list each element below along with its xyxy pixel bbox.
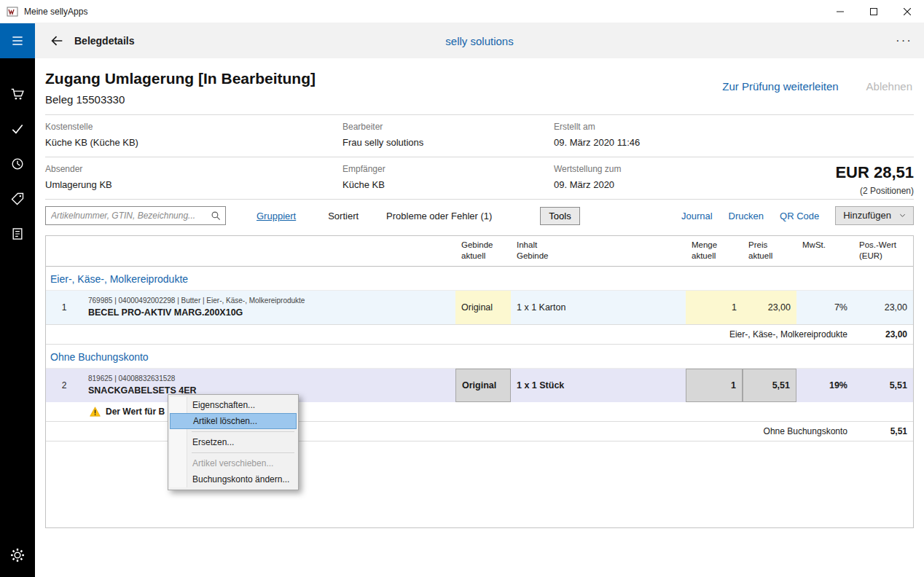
preis-cell[interactable]: 23,00 bbox=[743, 291, 796, 324]
group-header: Eier-, Käse-, Molkereiprodukte bbox=[46, 267, 913, 291]
back-button[interactable] bbox=[39, 23, 74, 58]
maximize-button[interactable] bbox=[857, 0, 890, 23]
info-row-2: Absender Umlagerung KB Empfänger Küche K… bbox=[35, 157, 924, 199]
row-number: 2 bbox=[46, 369, 82, 402]
tools-button[interactable]: Tools bbox=[540, 207, 579, 225]
field-label: Absender bbox=[45, 164, 342, 174]
field-value: Umlagerung KB bbox=[45, 179, 342, 190]
context-menu: Eigenschaften... Artikel löschen... Erse… bbox=[168, 394, 299, 490]
field-value: 09. März 2020 11:46 bbox=[554, 137, 914, 148]
reject-link[interactable]: Ablehnen bbox=[866, 80, 912, 93]
check-icon bbox=[10, 122, 25, 136]
sidebar-item-prices[interactable] bbox=[0, 181, 35, 216]
article-meta: 769985 | 04000492002298 | Butter | Eier-… bbox=[88, 297, 305, 305]
subtotal-value: 5,51 bbox=[853, 422, 913, 441]
inhalt-cell: 1 x 1 Karton bbox=[511, 291, 686, 324]
minimize-button[interactable] bbox=[823, 0, 857, 23]
subtotal-label: Eier-, Käse-, Molkereiprodukte bbox=[46, 325, 853, 344]
menu-item-buchungskonto-aendern[interactable]: Buchungskonto ändern... bbox=[170, 471, 297, 487]
brand-title: selly solutions bbox=[35, 35, 924, 47]
hamburger-icon bbox=[10, 34, 25, 48]
hamburger-menu-button[interactable] bbox=[0, 23, 35, 58]
table-header-row: Gebinde aktuell Inhalt Gebinde Menge akt… bbox=[46, 236, 913, 267]
field-value: Küche KB bbox=[342, 179, 554, 190]
field-label: Empfänger bbox=[342, 164, 554, 174]
window-title: Meine sellyApps bbox=[24, 7, 823, 17]
forward-for-review-link[interactable]: Zur Prüfung weiterleiten bbox=[722, 80, 838, 93]
print-link[interactable]: Drucken bbox=[729, 211, 764, 221]
sidebar-item-journal[interactable] bbox=[0, 216, 35, 251]
main-content: Zugang Umlagerung [In Bearbeitung] Beleg… bbox=[35, 58, 924, 577]
chevron-down-icon bbox=[898, 211, 907, 219]
search-icon bbox=[211, 211, 221, 221]
menge-cell[interactable]: 1 bbox=[686, 291, 743, 324]
field-value: Küche KB (Küche KB) bbox=[45, 137, 342, 148]
mwst-cell: 19% bbox=[796, 369, 853, 402]
warning-text: Der Wert für B bbox=[106, 407, 165, 417]
sidebar-item-tasks[interactable] bbox=[0, 111, 35, 146]
search-box bbox=[45, 206, 226, 225]
article-meta: 819625 | 04008832631528 bbox=[88, 374, 175, 382]
page-title: Belegdetails bbox=[74, 35, 134, 47]
mwst-cell: 7% bbox=[796, 291, 853, 324]
sidebar bbox=[0, 23, 35, 577]
add-button-label: Hinzufügen bbox=[843, 210, 891, 221]
article-name: BECEL PRO-AKTIV MARG.200X10G bbox=[88, 307, 243, 318]
field-label: Erstellt am bbox=[554, 122, 914, 132]
gear-icon bbox=[9, 547, 26, 563]
position-count: (2 Positionen) bbox=[835, 186, 914, 196]
gebinde-cell[interactable]: Original bbox=[455, 291, 511, 324]
wert-cell: 23,00 bbox=[853, 291, 913, 324]
menu-item-artikel-loeschen[interactable]: Artikel löschen... bbox=[170, 413, 297, 429]
search-button[interactable] bbox=[206, 207, 225, 224]
menu-item-eigenschaften[interactable]: Eigenschaften... bbox=[170, 397, 297, 413]
gebinde-cell[interactable]: Original bbox=[455, 369, 511, 402]
close-button[interactable] bbox=[890, 0, 924, 23]
back-arrow-icon bbox=[49, 33, 65, 49]
app-header: Belegdetails selly solutions ··· bbox=[35, 23, 924, 58]
column-header-inhalt: Inhalt Gebinde bbox=[511, 236, 686, 266]
book-icon bbox=[10, 227, 25, 241]
menge-cell[interactable]: 1 bbox=[686, 369, 743, 402]
document-total: EUR 28,51 bbox=[835, 163, 914, 182]
column-header-gebinde: Gebinde aktuell bbox=[455, 236, 511, 266]
table-row[interactable]: 1 769985 | 04000492002298 | Butter | Eie… bbox=[46, 291, 913, 324]
warning-icon bbox=[90, 407, 101, 417]
sidebar-item-cart[interactable] bbox=[0, 76, 35, 111]
preis-cell[interactable]: 5,51 bbox=[743, 369, 796, 402]
menu-separator bbox=[192, 452, 294, 453]
problems-link[interactable]: Probleme oder Fehler (1) bbox=[386, 211, 492, 221]
document-header: Zugang Umlagerung [In Bearbeitung] Beleg… bbox=[35, 58, 924, 114]
add-button[interactable]: Hinzufügen bbox=[835, 206, 914, 225]
column-header-wert: Pos.-Wert (EUR) bbox=[853, 236, 913, 266]
group-header: Ohne Buchungskonto bbox=[46, 345, 913, 369]
window-titlebar: Meine sellyApps bbox=[0, 0, 924, 23]
price-tag-icon bbox=[10, 192, 25, 206]
search-input[interactable] bbox=[46, 207, 206, 224]
column-header-preis: Preis aktuell bbox=[743, 236, 796, 266]
grouped-toggle[interactable]: Gruppiert bbox=[257, 211, 296, 221]
info-row-1: Kostenstelle Küche KB (Küche KB) Bearbei… bbox=[35, 115, 924, 157]
column-header-mwst: MwSt. bbox=[796, 236, 853, 266]
article-description: 769985 | 04000492002298 | Butter | Eier-… bbox=[82, 291, 455, 324]
sidebar-item-history[interactable] bbox=[0, 146, 35, 181]
group-subtotal: Eier-, Käse-, Molkereiprodukte 23,00 bbox=[46, 324, 913, 345]
toolbar: Gruppiert Sortiert Probleme oder Fehler … bbox=[35, 200, 924, 232]
field-label: Bearbeiter bbox=[342, 122, 554, 132]
app-icon bbox=[7, 6, 18, 17]
row-number: 1 bbox=[46, 291, 82, 324]
sorted-toggle[interactable]: Sortiert bbox=[328, 211, 359, 221]
sidebar-item-settings[interactable] bbox=[0, 538, 35, 573]
inhalt-cell: 1 x 1 Stück bbox=[511, 369, 686, 402]
menu-item-ersetzen[interactable]: Ersetzen... bbox=[170, 434, 297, 450]
qr-code-link[interactable]: QR Code bbox=[780, 211, 819, 221]
more-button[interactable]: ··· bbox=[896, 23, 912, 58]
journal-link[interactable]: Journal bbox=[681, 211, 713, 221]
clock-icon bbox=[10, 157, 25, 171]
menu-item-artikel-verschieben: Artikel verschieben... bbox=[170, 455, 297, 471]
column-header-menge: Menge aktuell bbox=[686, 236, 743, 266]
field-label: Kostenstelle bbox=[45, 122, 342, 132]
subtotal-value: 23,00 bbox=[853, 325, 913, 344]
wert-cell: 5,51 bbox=[853, 369, 913, 402]
cart-icon bbox=[10, 87, 26, 102]
